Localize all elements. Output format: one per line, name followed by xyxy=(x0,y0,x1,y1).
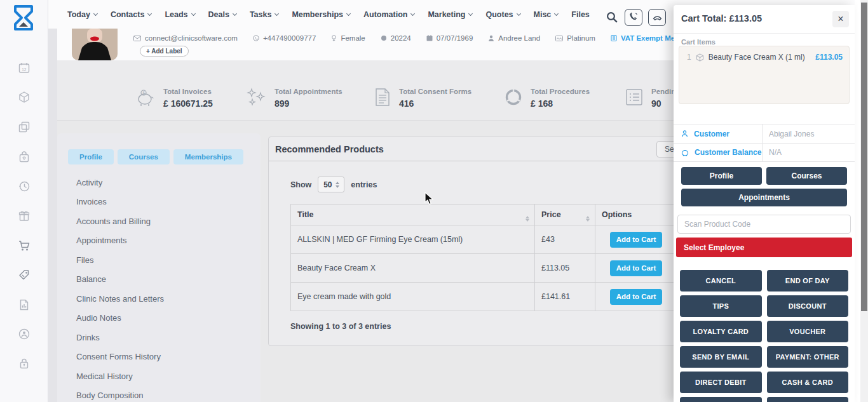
recommended-products-header: Recommended Products Sel xyxy=(269,137,712,161)
profile-tabs: Profile Courses Memberships xyxy=(68,149,243,164)
list-item-body-composition[interactable]: Body Composition xyxy=(76,386,164,402)
person-icon xyxy=(488,35,494,41)
cancel-button[interactable]: CANCEL xyxy=(680,270,762,291)
nav-marketing[interactable]: Marketing xyxy=(428,10,472,19)
sort-icon[interactable] xyxy=(526,216,529,222)
search-icon[interactable] xyxy=(606,11,618,23)
scan-product-code-input[interactable] xyxy=(677,215,851,234)
discount-button[interactable]: DISCOUNT xyxy=(767,295,849,317)
nav-misc[interactable]: Misc xyxy=(534,10,559,19)
shopping-bag-icon[interactable] xyxy=(18,151,31,163)
lock-icon[interactable] xyxy=(18,357,31,370)
report-icon[interactable] xyxy=(18,298,31,311)
person-icon xyxy=(681,130,688,137)
tips-button[interactable]: TIPS xyxy=(680,295,762,317)
column-price[interactable]: Price xyxy=(535,204,595,225)
cart-icon[interactable] xyxy=(18,239,31,252)
page-size-row: Show 50 entries xyxy=(290,177,377,192)
add-to-cart-button[interactable]: Add to Cart xyxy=(610,232,662,248)
handset-button[interactable] xyxy=(648,9,666,26)
direct-debit-button[interactable]: DIRECT DEBIT xyxy=(680,372,762,393)
page-scrollbar[interactable] xyxy=(860,0,868,402)
nav-leads[interactable]: Leads xyxy=(165,10,194,19)
nav-memberships[interactable]: Memberships xyxy=(292,10,350,19)
nav-tasks[interactable]: Tasks xyxy=(250,10,279,19)
patient-ref-text: 20224 xyxy=(391,34,411,42)
list-item-medical-history[interactable]: Medical History xyxy=(76,366,164,386)
patient-avatar[interactable] xyxy=(72,29,118,60)
cart-item[interactable]: 1 Beauty Face Cream X (1 ml) £113.05 xyxy=(679,46,849,62)
patient-email[interactable]: connect@clinicsoftware.com xyxy=(133,34,238,42)
tab-courses[interactable]: Courses xyxy=(118,149,170,164)
nav-automation[interactable]: Automation xyxy=(363,10,414,19)
phone-button[interactable] xyxy=(625,9,642,26)
list-item-files[interactable]: Files xyxy=(76,250,164,270)
tab-profile[interactable]: Profile xyxy=(68,149,114,164)
list-item-invoices[interactable]: Invoices xyxy=(76,192,164,212)
payment-other-button[interactable]: PAYMENT: OTHER xyxy=(767,346,849,368)
clinicsoftware-logo[interactable] xyxy=(9,3,38,34)
icon-sidebar: 12 xyxy=(0,0,48,402)
appointments-button[interactable]: Appointments xyxy=(681,189,847,206)
vat-doc-icon xyxy=(611,35,617,41)
history-icon[interactable] xyxy=(18,180,31,192)
add-label-text: + Add Label xyxy=(146,48,182,55)
nav-deals[interactable]: Deals xyxy=(208,10,236,19)
payment-button-partial[interactable] xyxy=(680,397,762,402)
sort-icon[interactable] xyxy=(586,216,590,222)
nav-contacts[interactable]: Contacts xyxy=(111,10,151,19)
package-icon[interactable] xyxy=(18,91,31,104)
page-size-select[interactable]: 50 xyxy=(318,177,344,192)
end-of-day-button[interactable]: END OF DAY xyxy=(767,270,849,291)
nav-files[interactable]: Files xyxy=(571,10,590,19)
voucher-button[interactable]: VOUCHER xyxy=(767,321,849,342)
patient-phone[interactable]: +447490009777 xyxy=(253,34,316,42)
stat-label: Total Invoices xyxy=(163,88,213,95)
add-to-cart-button[interactable]: Add to Cart xyxy=(610,260,662,276)
membership-card-icon xyxy=(555,36,563,41)
close-icon[interactable]: × xyxy=(832,11,849,27)
send-by-email-button[interactable]: SEND BY EMAIL xyxy=(680,346,762,368)
chevron-down-icon xyxy=(147,11,152,15)
patient-gender-text: Female xyxy=(341,34,365,42)
loyalty-card-button[interactable]: LOYALTY CARD xyxy=(680,321,762,342)
profile-button[interactable]: Profile xyxy=(681,167,762,185)
chevron-down-icon xyxy=(346,11,351,15)
list-item-consent-forms-history[interactable]: Consent Forms History xyxy=(76,347,164,367)
email-icon xyxy=(133,36,141,41)
list-item-clinic-notes[interactable]: Clinic Notes and Letters xyxy=(76,289,164,309)
list-item-appointments[interactable]: Appointments xyxy=(76,231,164,251)
list-item-audio-notes[interactable]: Audio Notes xyxy=(76,309,164,328)
stat-value: 899 xyxy=(275,98,289,109)
price-tag-icon[interactable] xyxy=(18,269,31,281)
cart-total-title: Cart Total: £113.05 xyxy=(681,13,762,23)
user-circle-icon[interactable] xyxy=(18,328,31,340)
list-item-balance[interactable]: Balance xyxy=(76,270,164,290)
tab-memberships[interactable]: Memberships xyxy=(173,149,243,164)
nav-today-label: Today xyxy=(67,10,90,19)
customer-balance-row[interactable]: Customer Balance N/A xyxy=(674,143,855,162)
table-row: Eye cream made with gold £141.61 Add to … xyxy=(291,283,714,311)
gift-icon[interactable] xyxy=(18,210,31,222)
stat-label: Pendin xyxy=(651,88,675,95)
nav-files-label: Files xyxy=(571,10,590,19)
select-employee-button[interactable]: Select Employee xyxy=(676,238,852,257)
list-item-drinks[interactable]: Drinks xyxy=(76,328,164,347)
list-item-accounts-and-billing[interactable]: Accounts and Billing xyxy=(76,211,164,231)
scrollbar-thumb[interactable] xyxy=(861,3,867,311)
cash-and-card-button[interactable]: CASH & CARD xyxy=(767,372,849,393)
courses-button[interactable]: Courses xyxy=(766,167,847,185)
calendar-icon[interactable]: 12 xyxy=(18,62,31,74)
add-label-button[interactable]: + Add Label xyxy=(140,46,189,57)
customer-balance-label: Customer Balance xyxy=(695,148,761,157)
layers-icon[interactable] xyxy=(18,121,31,133)
nav-today[interactable]: Today xyxy=(67,10,97,19)
mouse-cursor xyxy=(424,192,435,206)
stat-total-appointments: Total Appointments899 xyxy=(247,88,342,109)
customer-row[interactable]: Customer Abigail Jones xyxy=(674,124,855,143)
add-to-cart-button[interactable]: Add to Cart xyxy=(610,289,662,305)
payment-button-partial[interactable] xyxy=(767,397,849,402)
column-title[interactable]: Title xyxy=(291,204,535,225)
nav-quotes[interactable]: Quotes xyxy=(485,10,520,19)
list-item-activity[interactable]: Activity xyxy=(76,173,164,192)
